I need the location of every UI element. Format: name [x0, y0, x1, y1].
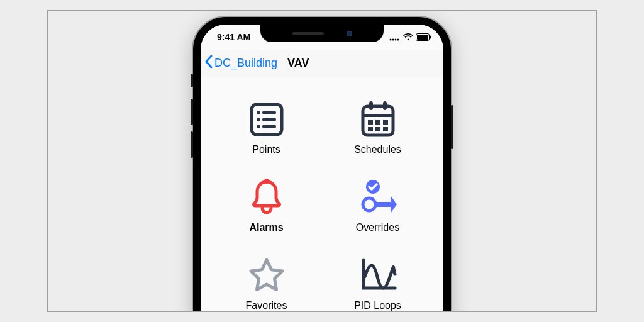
power-button	[451, 105, 453, 149]
mute-switch	[191, 74, 193, 87]
svg-rect-21	[368, 127, 373, 131]
tile-overrides[interactable]: Overrides	[328, 177, 427, 233]
svg-rect-5	[417, 35, 428, 40]
tile-label: Overrides	[356, 222, 399, 233]
svg-rect-17	[383, 101, 387, 110]
wifi-icon	[403, 33, 413, 41]
svg-rect-23	[383, 127, 388, 131]
cellular-icon	[389, 33, 401, 41]
volume-down-button	[191, 131, 193, 158]
page-title: VAV	[287, 57, 309, 70]
svg-rect-6	[430, 36, 431, 39]
svg-rect-13	[262, 125, 276, 128]
pid-icon	[357, 255, 399, 296]
tile-favorites[interactable]: Favorites	[217, 255, 316, 311]
tile-label: Schedules	[354, 144, 401, 155]
svg-point-8	[257, 111, 260, 114]
svg-rect-18	[368, 120, 373, 125]
bell-icon	[246, 177, 287, 218]
volume-up-button	[191, 99, 193, 125]
svg-point-1	[392, 39, 394, 41]
phone-screen: 9:41 AM	[201, 25, 443, 312]
svg-rect-22	[375, 127, 380, 131]
navigation-bar: DC_Building VAV	[201, 50, 443, 77]
tile-label: Points	[252, 144, 280, 155]
svg-rect-15	[363, 114, 393, 117]
svg-rect-19	[375, 120, 380, 125]
svg-rect-11	[262, 118, 276, 121]
svg-rect-20	[383, 120, 388, 125]
svg-rect-16	[369, 101, 373, 110]
star-icon	[246, 255, 287, 296]
svg-rect-9	[262, 111, 276, 114]
svg-point-0	[390, 39, 392, 41]
tile-points[interactable]: Points	[217, 99, 316, 155]
calendar-icon	[357, 99, 399, 140]
tile-label: PID Loops	[354, 300, 401, 311]
image-frame: 9:41 AM	[47, 10, 597, 312]
speaker-grille	[292, 32, 324, 35]
svg-rect-24	[264, 179, 269, 184]
svg-point-10	[257, 118, 260, 121]
notch	[260, 25, 384, 42]
back-button[interactable]: DC_Building	[204, 55, 277, 72]
svg-point-3	[397, 39, 399, 41]
tile-label: Alarms	[249, 222, 283, 233]
status-time: 9:41 AM	[217, 32, 250, 42]
svg-point-12	[257, 125, 260, 128]
phone-shell: 9:41 AM	[193, 17, 451, 312]
battery-icon	[416, 33, 432, 41]
chevron-left-icon	[204, 55, 213, 72]
tile-grid: Points	[201, 77, 443, 311]
list-icon	[246, 99, 287, 140]
tile-schedules[interactable]: Schedules	[328, 99, 427, 155]
svg-point-2	[395, 39, 397, 41]
tile-label: Favorites	[246, 300, 287, 311]
svg-point-25	[363, 198, 375, 211]
front-camera	[347, 31, 352, 36]
override-icon	[357, 177, 399, 218]
tile-alarms[interactable]: Alarms	[217, 177, 316, 233]
tile-pid-loops[interactable]: PID Loops	[328, 255, 427, 311]
back-button-label: DC_Building	[214, 57, 277, 70]
